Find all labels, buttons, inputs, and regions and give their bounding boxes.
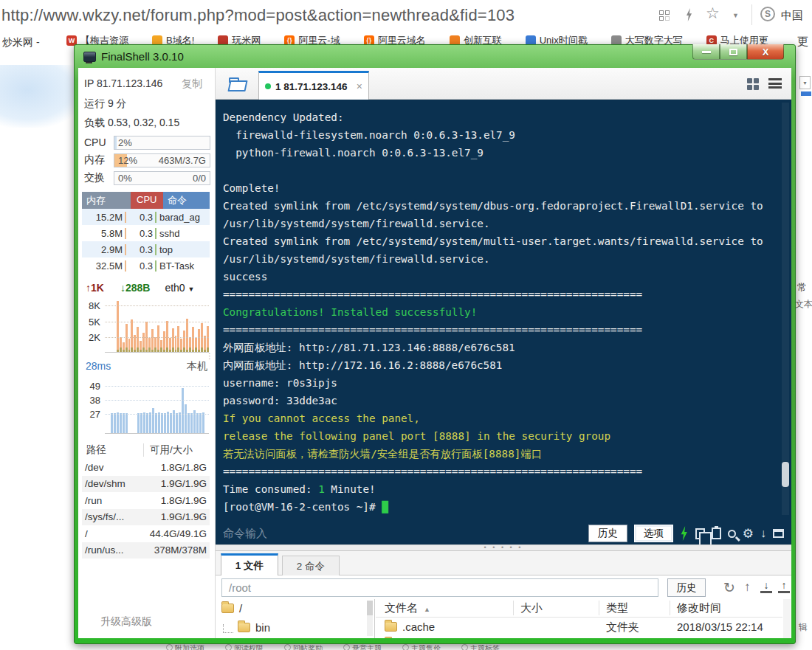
meter-fill (114, 136, 117, 149)
process-table-header[interactable]: 内存 CPU 命令 (82, 192, 210, 209)
col-cpu[interactable]: CPU (131, 192, 163, 209)
terminal-text: Dependency Updated: (223, 111, 344, 123)
meter-value: 0% (118, 173, 132, 184)
upload-icon[interactable]: ↑ (778, 580, 790, 593)
col-filename[interactable]: 文件名▲ (385, 601, 430, 615)
terminal-scrollbar-thumb[interactable] (782, 462, 789, 487)
col-cmd[interactable]: 命令 (163, 192, 210, 209)
options-button[interactable]: 选项 (634, 525, 673, 542)
connected-dot-icon (265, 83, 271, 89)
ping-host[interactable]: 本机 (187, 360, 207, 373)
col-filesize[interactable]: 大小 (520, 601, 543, 615)
window-mode-icon[interactable] (773, 529, 784, 538)
terminal-text: ========================================… (223, 288, 642, 300)
file-table-header[interactable]: 文件名▲ 大小 类型 修改时间 (376, 599, 782, 618)
file-type: 文件夹 (606, 620, 639, 635)
download-icon[interactable]: ↓ (760, 580, 772, 593)
terminal-line (223, 162, 778, 179)
favorite-star-icon[interactable]: ☆ (706, 4, 720, 22)
disk-row[interactable]: /run1.8G/1.9G (82, 492, 210, 509)
disk-row[interactable]: /dev1.8G/1.8G (82, 459, 210, 476)
tab-close-icon[interactable]: × (357, 80, 362, 92)
disk-row[interactable]: /run/us...378M/378M (82, 542, 210, 559)
ip-value: 81.71.123.146 (97, 77, 163, 89)
disk-path: /dev/shm (82, 478, 135, 489)
process-cmd: barad_ag (156, 212, 210, 223)
toolbar-caret-icon[interactable]: ▼ (732, 12, 739, 19)
terminal-scrollbar-track[interactable] (782, 103, 789, 515)
tab-files[interactable]: 1 文件 (221, 553, 278, 576)
command-input[interactable]: 命令输入 (223, 527, 582, 541)
disk-path: /sys/fs/... (82, 511, 135, 522)
disk-path: /run/us... (82, 544, 135, 556)
page-fragment-blue-bar (801, 91, 811, 96)
path-input[interactable]: /root (221, 578, 658, 597)
session-tab[interactable]: 1 81.71.123.146 × (258, 71, 369, 100)
process-row[interactable]: 15.2M0.3barad_ag (82, 209, 210, 225)
col-mtime[interactable]: 修改时间 (677, 601, 721, 615)
window-titlebar[interactable]: FinalShell 3.0.10 (83, 50, 184, 63)
page-fragment-dropdown: ▼ (799, 76, 811, 89)
upgrade-link[interactable]: 升级高级版 (100, 615, 152, 629)
copy-ip-link[interactable]: 复制 (182, 77, 202, 89)
meter-bar: 0%0/0 (114, 171, 210, 185)
page-option-fragment: 阅读权限 (225, 643, 264, 650)
tree-node-bin[interactable]: bin (238, 621, 270, 634)
panel-splitter[interactable]: • • • • • (216, 544, 791, 551)
terminal-line: 内网面板地址: http://172.16.16.2:8888/e676c581 (223, 356, 778, 374)
disk-table-header[interactable]: 路径 可用/大小 (82, 441, 210, 459)
layout-grid-icon[interactable] (747, 78, 759, 90)
minimize-button[interactable] (692, 44, 720, 60)
uptime-value: 9 分 (108, 97, 127, 109)
paste-icon[interactable] (712, 528, 721, 539)
process-cpu: 0.3 (126, 228, 156, 239)
history-button[interactable]: 历史 (588, 525, 627, 542)
scroll-down-icon[interactable]: ↓ (760, 528, 766, 539)
qr-code-icon[interactable] (659, 10, 670, 21)
tab-commands[interactable]: 2 命令 (282, 556, 340, 576)
flash-icon[interactable] (685, 8, 693, 21)
disk-row[interactable]: /44.4G/49.1G (82, 525, 210, 542)
s-logo-icon[interactable]: S (760, 7, 775, 21)
power-bolt-icon[interactable] (680, 526, 689, 541)
file-row[interactable]: .cache文件夹2018/03/15 22:14 (376, 618, 782, 637)
menu-icon[interactable] (768, 78, 782, 89)
disk-row[interactable]: /sys/fs/...1.9G/1.9G (82, 509, 210, 526)
process-row[interactable]: 32.5M0.3BT-Task (82, 257, 210, 274)
interface-selector[interactable]: eth0 ▼ (165, 282, 194, 294)
col-filetype[interactable]: 类型 (606, 601, 628, 615)
path-toolbar: /root 历史 ↻ ↑ ↓ ↑ (216, 575, 791, 599)
folder-icon (221, 604, 234, 613)
search-icon[interactable] (728, 530, 736, 538)
path-history-button[interactable]: 历史 (667, 578, 706, 597)
window-title: FinalShell 3.0.10 (101, 50, 184, 63)
maximize-icon (729, 49, 737, 55)
terminal-text: Complete! (223, 182, 280, 194)
process-row[interactable]: 5.8M0.3sshd (82, 225, 210, 241)
col-free-size[interactable]: 可用/大小 (144, 443, 210, 457)
disk-free-size: 1.8G/1.9G (135, 495, 210, 506)
browser-address-bar[interactable]: http://www.wkzy.net/forum.php?mod=post&a… (1, 6, 515, 25)
screen: http://www.wkzy.net/forum.php?mod=post&a… (0, 0, 812, 650)
refresh-icon[interactable]: ↻ (723, 579, 735, 596)
close-button[interactable]: X (747, 44, 784, 60)
terminal[interactable]: Dependency Updated: firewalld-filesystem… (216, 100, 791, 544)
maximize-button[interactable] (720, 44, 747, 60)
file-table: 文件名▲ 大小 类型 修改时间 .cache文件夹2018/03/15 22:1… (376, 599, 791, 638)
process-row[interactable]: 2.9M0.3top (82, 241, 210, 257)
gear-icon[interactable]: ⚙ (743, 528, 754, 540)
col-mem[interactable]: 内存 (82, 192, 131, 209)
bookmark-chaomiwang[interactable]: 炒米网 - (2, 36, 40, 49)
parent-dir-icon[interactable]: ↑ (744, 580, 751, 595)
col-path[interactable]: 路径 (82, 443, 144, 457)
file-table-scrollbar[interactable] (783, 599, 791, 638)
open-folder-icon[interactable] (229, 77, 247, 89)
copy-icon[interactable] (695, 528, 705, 539)
tree-scrollbar[interactable] (367, 601, 373, 636)
terminal-text: /usr/lib/systemd/system/firewalld.servic… (223, 253, 490, 265)
sidebar-splitter-handle[interactable]: ⋮ (206, 354, 213, 358)
disk-row[interactable]: /dev/shm1.9G/1.9G (82, 476, 210, 493)
tree-node-label: / (239, 602, 242, 615)
tree-node-root[interactable]: / (221, 602, 242, 615)
terminal-text: ========================================… (223, 466, 642, 477)
